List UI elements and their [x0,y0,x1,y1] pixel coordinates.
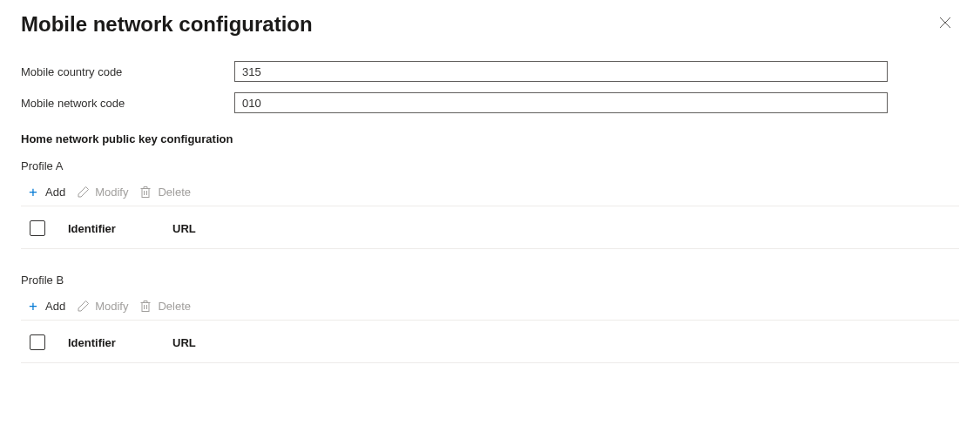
modify-button: Modify [76,299,128,313]
section-heading: Home network public key configuration [21,132,959,145]
profile-a-table-header: Identifier URL [21,206,959,249]
select-all-checkbox[interactable] [30,334,45,350]
profile-a-label: Profile A [21,159,959,172]
add-label: Add [45,300,65,313]
mcc-input[interactable] [234,61,888,82]
column-url: URL [172,336,196,349]
profile-b-toolbar: + Add Modify [21,295,959,321]
mnc-label: Mobile network code [21,97,234,110]
modify-label: Modify [95,300,128,313]
trash-icon [139,299,152,313]
trash-icon [139,185,152,199]
add-button[interactable]: + Add [26,299,65,313]
select-all-checkbox[interactable] [30,220,45,236]
svg-rect-9 [142,302,149,311]
plus-icon: + [26,299,40,313]
close-button[interactable] [938,16,952,30]
page-title: Mobile network configuration [21,12,313,37]
profile-b-table-header: Identifier URL [21,321,959,363]
column-identifier: Identifier [68,336,172,349]
column-url: URL [172,222,196,235]
mnc-input[interactable] [234,92,888,113]
delete-button: Delete [139,185,191,199]
add-label: Add [45,186,65,199]
profile-b-label: Profile B [21,274,959,287]
add-button[interactable]: + Add [26,185,65,199]
profile-a-toolbar: + Add Modify [21,181,959,206]
close-icon [939,17,951,29]
modify-label: Modify [95,186,128,199]
pencil-icon [76,185,90,199]
pencil-icon [76,299,90,313]
mcc-label: Mobile country code [21,65,234,78]
column-identifier: Identifier [68,222,172,235]
delete-button: Delete [139,299,191,313]
plus-icon: + [26,185,40,199]
svg-rect-2 [142,188,149,197]
delete-label: Delete [158,300,191,313]
delete-label: Delete [158,186,191,199]
modify-button: Modify [76,185,128,199]
